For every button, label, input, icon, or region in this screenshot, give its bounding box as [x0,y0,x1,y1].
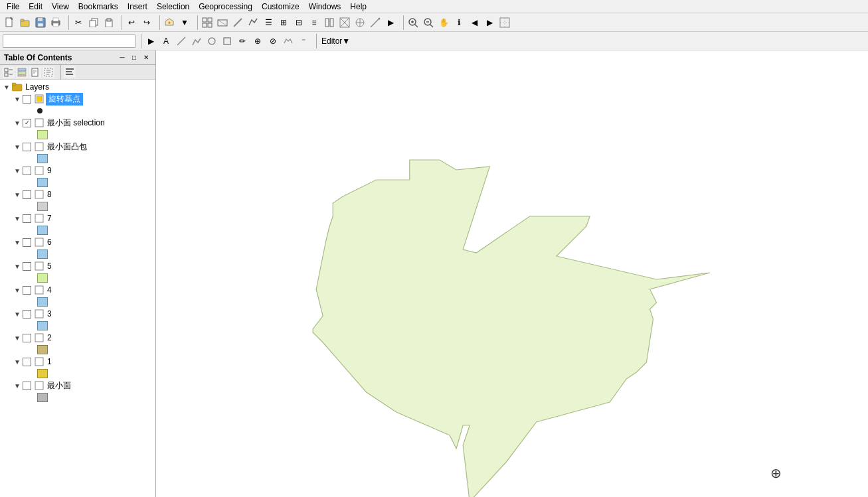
layer-最小面[interactable]: ▼ 最小面 [0,380,155,391]
more-tools[interactable]: ▶ [383,15,398,30]
toc-selection-view[interactable] [43,66,54,78]
layer-最小面-check[interactable] [23,382,31,390]
new-button[interactable] [3,15,17,30]
editor-btn-7[interactable]: ✏ [235,34,250,48]
layer-9-toggle[interactable]: ▼ [13,167,21,175]
editor-btn-10[interactable] [281,34,296,48]
editor-btn-3[interactable] [174,34,189,48]
redo-button[interactable]: ↪ [139,15,154,30]
layer-4[interactable]: ▼ 4 [0,284,155,296]
layer-4-toggle[interactable]: ▼ [13,286,21,294]
layers-toggle[interactable]: ▼ [3,83,11,91]
copy-button[interactable] [86,15,101,30]
layer-2-check[interactable] [23,334,31,342]
edit-tool-9[interactable] [322,15,337,30]
layer-3-toggle[interactable]: ▼ [13,310,21,318]
toc-maximize[interactable]: □ [129,52,139,63]
layer-最小面凸包[interactable]: ▼ 最小面凸包 [0,141,155,153]
edit-tool-2[interactable] [215,15,230,30]
menu-selection[interactable]: Selection [153,1,193,13]
edit-tool-11[interactable] [353,15,367,30]
map-area[interactable]: ⊕ [156,50,868,497]
open-button[interactable] [18,15,33,30]
layer-9-check[interactable] [23,167,31,175]
save-button[interactable] [33,15,48,30]
edit-tool-4[interactable] [246,15,260,30]
menu-edit[interactable]: Edit [25,1,46,13]
layer-最小面selection-check[interactable] [23,119,31,127]
layer-1[interactable]: ▼ 1 [0,356,155,368]
layer-8-check[interactable] [23,190,31,199]
menu-customize[interactable]: Customize [258,1,304,13]
layer-最小面凸包-check[interactable] [23,143,31,151]
undo-button[interactable]: ↩ [124,15,139,30]
layer-3-check[interactable] [23,310,31,319]
layer-最小面selection-toggle[interactable]: ▼ [13,119,21,127]
layer-7-check[interactable] [23,214,31,223]
zoom-prev[interactable]: ◀ [467,15,481,30]
zoom-in-button[interactable] [406,15,420,30]
layer-旋转基点-check[interactable] [23,95,31,104]
zoom-extra[interactable] [497,15,512,30]
print-button[interactable] [48,15,63,30]
layer-8-toggle[interactable]: ▼ [13,190,21,198]
editor-btn-11[interactable]: ⁻ [296,34,311,48]
layer-5-check[interactable] [23,262,31,271]
edit-tool-7[interactable]: ⊟ [292,15,306,30]
zoom-next[interactable]: ▶ [482,15,497,30]
menu-file[interactable]: File [3,1,23,13]
toc-close[interactable]: ✕ [141,52,151,63]
edit-tool-10[interactable] [337,15,352,30]
layer-1-toggle[interactable]: ▼ [13,358,21,366]
layer-旋转基点-toggle[interactable]: ▼ [13,95,21,103]
editor-btn-2[interactable]: A [159,34,173,48]
layer-5-toggle[interactable]: ▼ [13,262,21,270]
layer-8[interactable]: ▼ 8 [0,188,155,200]
toc-drawing-view[interactable] [16,66,28,78]
layer-2[interactable]: ▼ 2 [0,332,155,344]
layer-6[interactable]: ▼ 6 [0,236,155,248]
editor-btn-6[interactable] [220,34,234,48]
editor-btn-8[interactable]: ⊕ [250,34,265,48]
pan-button[interactable]: ✋ [436,15,451,30]
layer-最小面凸包-toggle[interactable]: ▼ [13,143,21,151]
layer-最小面selection[interactable]: ▼ 最小面 selection [0,117,155,129]
layer-6-toggle[interactable]: ▼ [13,238,21,246]
menu-bookmarks[interactable]: Bookmarks [74,1,122,13]
edit-tool-1[interactable] [200,15,215,30]
layer-旋转基点[interactable]: ▼ 旋转基点 [0,93,155,105]
edit-tool-5[interactable]: ☰ [261,15,276,30]
edit-tool-6[interactable]: ⊞ [276,15,291,30]
edit-tool-12[interactable] [368,15,383,30]
paste-button[interactable] [102,15,116,30]
editor-btn-9[interactable]: ⊘ [266,34,280,48]
layers-root[interactable]: ▼ Layers [0,81,155,93]
add-data-dropdown[interactable]: ▼ [177,15,192,30]
layer-9[interactable]: ▼ 9 [0,165,155,177]
toc-minimize[interactable]: ─ [117,52,128,63]
editor-btn-1[interactable]: ▶ [143,34,158,48]
editor-btn-5[interactable] [205,34,219,48]
toc-source-view[interactable] [29,66,41,78]
layer-6-check[interactable] [23,238,31,247]
menu-geoprocessing[interactable]: Geoprocessing [195,1,256,13]
editor-btn-4[interactable] [189,34,204,48]
menu-help[interactable]: Help [346,1,371,13]
layer-1-check[interactable] [23,358,31,366]
toc-options[interactable] [64,66,76,78]
menu-view[interactable]: View [48,1,73,13]
layer-2-toggle[interactable]: ▼ [13,334,21,342]
layer-7[interactable]: ▼ 7 [0,212,155,224]
add-data-button[interactable]: + [162,15,177,30]
edit-tool-3[interactable] [230,15,245,30]
layer-7-toggle[interactable]: ▼ [13,214,21,222]
layer-5[interactable]: ▼ 5 [0,260,155,272]
editor-combo[interactable] [3,35,135,48]
cut-button[interactable]: ✂ [71,15,86,30]
layer-4-check[interactable] [23,286,31,295]
edit-tool-8[interactable]: ≡ [307,15,321,30]
toc-list-view[interactable] [3,66,15,78]
layer-最小面-toggle[interactable]: ▼ [13,382,21,390]
layer-3[interactable]: ▼ 3 [0,308,155,320]
menu-insert[interactable]: Insert [124,1,151,13]
